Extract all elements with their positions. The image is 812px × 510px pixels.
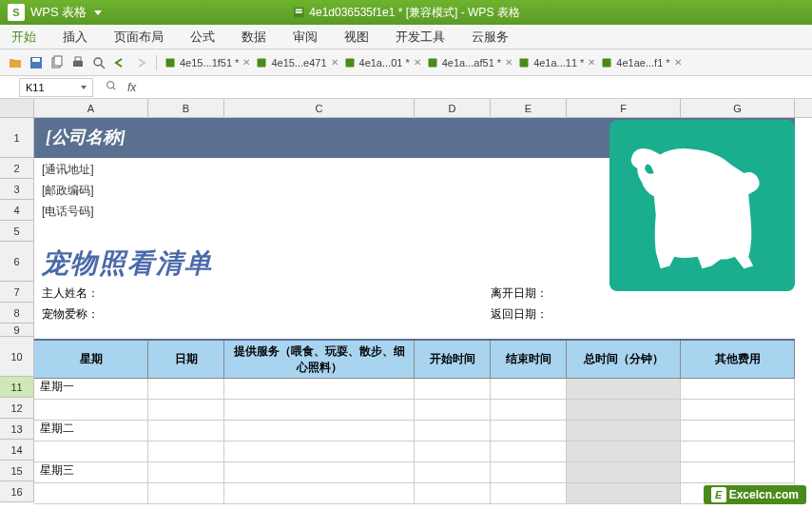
close-icon[interactable]: ✕ bbox=[674, 57, 682, 68]
cell[interactable] bbox=[681, 421, 795, 441]
undo-icon[interactable] bbox=[112, 55, 127, 70]
cell[interactable] bbox=[681, 379, 795, 399]
cell[interactable] bbox=[491, 462, 567, 482]
cell[interactable] bbox=[681, 462, 795, 482]
address-cell[interactable]: [通讯地址] bbox=[42, 162, 94, 178]
chevron-down-icon[interactable] bbox=[81, 86, 87, 89]
doc-tab-3[interactable]: 4e1a...01 *✕ bbox=[344, 57, 421, 69]
doc-tab-1[interactable]: 4e15...1f51 *✕ bbox=[164, 57, 250, 69]
close-icon[interactable]: ✕ bbox=[505, 57, 512, 68]
menu-start[interactable]: 开始 bbox=[11, 29, 36, 46]
sheet-title[interactable]: 宠物照看清单 bbox=[42, 245, 213, 282]
preview-icon[interactable] bbox=[91, 55, 106, 70]
menu-insert[interactable]: 插入 bbox=[63, 29, 87, 46]
return-date-label[interactable]: 返回日期： bbox=[491, 306, 548, 323]
col-header-C[interactable]: C bbox=[224, 99, 415, 117]
redo-icon[interactable] bbox=[133, 55, 148, 70]
row-header-11[interactable]: 11 bbox=[0, 377, 34, 398]
th-start-time[interactable]: 开始时间 bbox=[415, 341, 491, 378]
menu-view[interactable]: 视图 bbox=[344, 29, 369, 46]
col-header-B[interactable]: B bbox=[148, 99, 224, 117]
cells-area[interactable]: [公司名称] [通讯地址] [邮政编码] [电话号码] 宠物照看清单 主人姓名：… bbox=[34, 118, 812, 502]
th-weekday[interactable]: 星期 bbox=[34, 341, 148, 378]
copy-icon[interactable] bbox=[49, 55, 65, 70]
cell[interactable] bbox=[148, 483, 224, 503]
save-icon[interactable] bbox=[29, 55, 44, 70]
cell[interactable] bbox=[491, 441, 567, 461]
cell[interactable] bbox=[224, 483, 415, 503]
cell[interactable] bbox=[681, 441, 795, 461]
cell[interactable] bbox=[491, 421, 567, 441]
cell[interactable] bbox=[148, 379, 224, 399]
print-icon[interactable] bbox=[70, 55, 86, 70]
cell[interactable] bbox=[415, 441, 491, 461]
col-header-E[interactable]: E bbox=[491, 99, 567, 117]
menu-review[interactable]: 审阅 bbox=[293, 29, 318, 46]
phone-cell[interactable]: [电话号码] bbox=[42, 204, 94, 220]
fx-icon[interactable]: fx bbox=[127, 81, 136, 94]
row-header-4[interactable]: 4 bbox=[0, 200, 34, 221]
name-box[interactable]: K11 bbox=[19, 78, 93, 97]
cell[interactable] bbox=[224, 400, 415, 420]
th-other-fee[interactable]: 其他费用 bbox=[681, 341, 795, 378]
th-date[interactable]: 日期 bbox=[148, 341, 224, 378]
cell[interactable] bbox=[567, 379, 681, 399]
menu-cloud[interactable]: 云服务 bbox=[472, 29, 509, 46]
app-menu-dropdown-icon[interactable] bbox=[94, 10, 102, 15]
cell[interactable] bbox=[148, 441, 224, 461]
doc-tab-4[interactable]: 4e1a...af51 *✕ bbox=[427, 57, 512, 69]
cell[interactable] bbox=[148, 400, 224, 420]
close-icon[interactable]: ✕ bbox=[242, 57, 250, 68]
row-header-9[interactable]: 9 bbox=[0, 324, 34, 337]
cell[interactable] bbox=[567, 400, 681, 420]
row-header-12[interactable]: 12 bbox=[0, 398, 34, 419]
search-icon[interactable] bbox=[105, 79, 118, 95]
doc-tab-5[interactable]: 4e1a...11 *✕ bbox=[518, 57, 595, 69]
menu-formula[interactable]: 公式 bbox=[190, 29, 215, 46]
open-icon[interactable] bbox=[8, 55, 23, 70]
menu-dev-tools[interactable]: 开发工具 bbox=[396, 29, 445, 46]
row-header-16[interactable]: 16 bbox=[0, 481, 34, 502]
cell[interactable] bbox=[415, 421, 491, 441]
cell[interactable] bbox=[415, 462, 491, 482]
menu-page-layout[interactable]: 页面布局 bbox=[114, 29, 164, 46]
day-cell[interactable]: 星期三 bbox=[34, 462, 148, 504]
th-end-time[interactable]: 结束时间 bbox=[491, 341, 567, 378]
select-all-corner[interactable] bbox=[0, 99, 34, 117]
col-header-F[interactable]: F bbox=[567, 99, 681, 117]
cell[interactable] bbox=[681, 400, 795, 420]
cell[interactable] bbox=[491, 483, 567, 503]
row-header-2[interactable]: 2 bbox=[0, 158, 34, 179]
row-header-6[interactable]: 6 bbox=[0, 242, 34, 282]
th-service[interactable]: 提供服务（喂食、玩耍、散步、细心照料） bbox=[224, 341, 415, 378]
row-header-8[interactable]: 8 bbox=[0, 303, 34, 324]
close-icon[interactable]: ✕ bbox=[414, 57, 421, 68]
row-header-10[interactable]: 10 bbox=[0, 337, 34, 377]
cell[interactable] bbox=[567, 483, 681, 503]
row-header-15[interactable]: 15 bbox=[0, 461, 34, 481]
row-header-13[interactable]: 13 bbox=[0, 419, 34, 440]
cell[interactable] bbox=[491, 379, 567, 399]
cell[interactable] bbox=[224, 421, 415, 441]
day-cell[interactable]: 星期一 bbox=[34, 379, 148, 421]
cell[interactable] bbox=[148, 462, 224, 482]
row-header-1[interactable]: 1 bbox=[0, 118, 34, 158]
row-header-7[interactable]: 7 bbox=[0, 282, 34, 303]
pet-name-label[interactable]: 宠物爱称： bbox=[42, 306, 99, 323]
close-icon[interactable]: ✕ bbox=[588, 57, 595, 68]
cell[interactable] bbox=[224, 441, 415, 461]
leave-date-label[interactable]: 离开日期： bbox=[491, 285, 548, 302]
cell[interactable] bbox=[415, 379, 491, 399]
close-icon[interactable]: ✕ bbox=[331, 57, 338, 68]
cell[interactable] bbox=[491, 400, 567, 420]
col-header-D[interactable]: D bbox=[415, 99, 491, 117]
cell[interactable] bbox=[224, 379, 415, 399]
cell[interactable] bbox=[567, 441, 681, 461]
cell[interactable] bbox=[148, 421, 224, 441]
row-header-3[interactable]: 3 bbox=[0, 179, 34, 200]
cell[interactable] bbox=[415, 483, 491, 503]
cell[interactable] bbox=[567, 421, 681, 441]
th-total-time[interactable]: 总时间（分钟） bbox=[567, 341, 681, 378]
col-header-A[interactable]: A bbox=[34, 99, 148, 117]
doc-tab-2[interactable]: 4e15...e471✕ bbox=[256, 57, 338, 69]
